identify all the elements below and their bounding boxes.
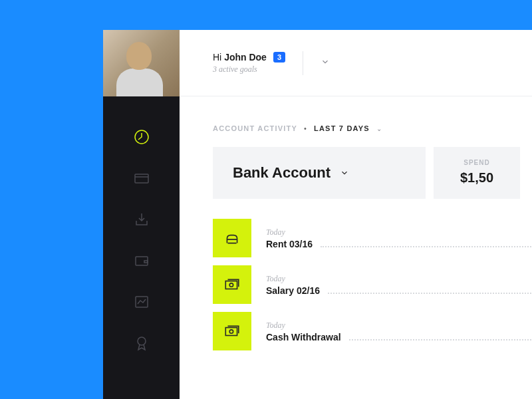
svg-rect-7 bbox=[225, 328, 237, 336]
transaction-row[interactable]: Today Rent 03/16 bbox=[213, 219, 532, 257]
transaction-title: Rent 03/16 bbox=[266, 239, 313, 249]
greeting-subtext: 3 active goals bbox=[213, 65, 285, 74]
transaction-title: Salary 02/16 bbox=[266, 285, 320, 296]
divider bbox=[303, 51, 303, 75]
goals-badge[interactable]: 3 bbox=[273, 52, 285, 63]
transaction-body: Today Rent 03/16 bbox=[266, 227, 532, 249]
transaction-icon-box bbox=[213, 219, 251, 257]
date-range[interactable]: LAST 7 DAYS bbox=[314, 124, 370, 132]
spend-card: SPEND $1,50 bbox=[434, 147, 520, 199]
dotted-line bbox=[349, 339, 532, 340]
svg-point-4 bbox=[138, 337, 146, 345]
transaction-icon-box bbox=[213, 265, 251, 304]
section-header: ACCOUNT ACTIVITY • LAST 7 DAYS ⌄ bbox=[180, 96, 532, 132]
spend-label: SPEND bbox=[452, 159, 501, 166]
transaction-body: Today Salary 02/16 bbox=[266, 274, 532, 296]
money-icon bbox=[223, 323, 241, 340]
header: Hi John Doe 3 3 active goals bbox=[180, 30, 532, 96]
transaction-date: Today bbox=[266, 227, 532, 237]
spend-value: $1,50 bbox=[452, 170, 501, 186]
transaction-list: Today Rent 03/16 Today Salary 02/16 bbox=[213, 219, 532, 350]
cards-row: Bank Account SPEND $1,50 bbox=[213, 147, 532, 199]
svg-rect-1 bbox=[135, 174, 148, 183]
greeting-line: Hi John Doe 3 bbox=[213, 52, 285, 63]
award-icon bbox=[134, 335, 150, 351]
transaction-icon-box bbox=[213, 312, 251, 350]
avatar[interactable] bbox=[103, 30, 180, 96]
nav-inbox[interactable] bbox=[133, 211, 150, 228]
greeting-text: Hi John Doe bbox=[213, 52, 267, 63]
money-icon bbox=[223, 276, 241, 293]
transaction-title: Cash Withdrawal bbox=[266, 332, 341, 342]
dotted-line bbox=[328, 293, 532, 294]
sidebar bbox=[103, 30, 180, 399]
user-dropdown[interactable] bbox=[321, 57, 330, 69]
section-label: ACCOUNT ACTIVITY bbox=[213, 124, 297, 132]
svg-rect-5 bbox=[225, 281, 237, 289]
greeting-block: Hi John Doe 3 3 active goals bbox=[213, 52, 285, 74]
chevron-down-icon bbox=[321, 57, 330, 66]
nav-wallet[interactable] bbox=[133, 252, 150, 269]
dotted-line bbox=[321, 246, 532, 247]
transaction-date: Today bbox=[266, 274, 532, 284]
account-selector[interactable]: Bank Account bbox=[233, 164, 349, 182]
home-icon bbox=[223, 229, 241, 247]
account-title: Bank Account bbox=[233, 164, 331, 182]
activity-icon bbox=[134, 129, 150, 145]
transaction-title-row: Cash Withdrawal bbox=[266, 332, 532, 342]
transaction-row[interactable]: Today Cash Withdrawal bbox=[213, 312, 532, 350]
chevron-down-icon bbox=[340, 168, 349, 178]
transaction-title-row: Rent 03/16 bbox=[266, 239, 532, 249]
app-window: Hi John Doe 3 3 active goals ACCOUNT ACT… bbox=[103, 30, 532, 399]
card-icon bbox=[134, 170, 150, 186]
sidebar-nav bbox=[103, 96, 180, 399]
download-icon bbox=[134, 211, 150, 227]
chart-icon bbox=[134, 294, 150, 310]
transaction-row[interactable]: Today Salary 02/16 bbox=[213, 265, 532, 304]
svg-point-8 bbox=[229, 330, 233, 333]
main-panel: Hi John Doe 3 3 active goals ACCOUNT ACT… bbox=[180, 30, 532, 399]
transaction-title-row: Salary 02/16 bbox=[266, 285, 532, 296]
nav-activity[interactable] bbox=[133, 128, 150, 146]
transaction-body: Today Cash Withdrawal bbox=[266, 321, 532, 342]
svg-point-6 bbox=[229, 283, 233, 287]
chevron-down-icon[interactable]: ⌄ bbox=[376, 125, 382, 132]
dot-separator: • bbox=[304, 124, 307, 132]
transaction-date: Today bbox=[266, 321, 532, 331]
account-card[interactable]: Bank Account bbox=[213, 147, 426, 199]
wallet-icon bbox=[134, 253, 150, 269]
nav-card[interactable] bbox=[133, 170, 150, 187]
nav-chart[interactable] bbox=[133, 293, 150, 311]
nav-award[interactable] bbox=[133, 334, 150, 352]
